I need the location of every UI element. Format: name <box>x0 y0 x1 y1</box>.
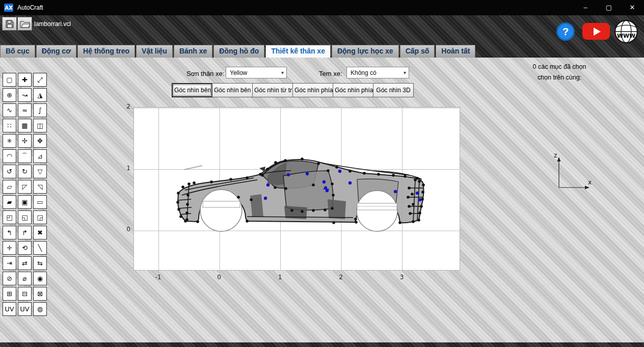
control-point[interactable] <box>312 183 315 186</box>
extend-right-button[interactable]: ⇥ <box>3 256 16 270</box>
control-point[interactable] <box>404 175 407 178</box>
extrude-button[interactable]: ⇄ <box>18 256 32 270</box>
move-point-button[interactable]: ↝ <box>18 88 32 102</box>
tab-2[interactable]: Động cơ <box>36 45 76 58</box>
frame-quad-button[interactable]: ▣ <box>18 195 32 209</box>
tab-1[interactable]: Bố cục <box>0 45 35 58</box>
selected-point[interactable] <box>338 170 341 173</box>
control-point[interactable] <box>250 198 253 201</box>
point-grid-button[interactable]: ∷ <box>3 119 16 132</box>
arc-points-button[interactable]: ⌒ <box>18 149 32 163</box>
control-point[interactable] <box>290 209 293 212</box>
maximize-button[interactable]: ▢ <box>597 0 621 15</box>
control-point[interactable] <box>332 221 335 224</box>
control-point[interactable] <box>185 211 189 215</box>
redo-button[interactable]: ↱ <box>18 226 32 239</box>
selected-point[interactable] <box>264 197 267 200</box>
control-point[interactable] <box>266 168 269 171</box>
control-point[interactable] <box>392 174 395 177</box>
transform-point-button[interactable]: ◮ <box>33 88 47 102</box>
view-button-2[interactable]: Góc nhìn bên t <box>212 83 253 97</box>
tab-3[interactable]: Hệ thống treo <box>77 45 135 58</box>
control-point[interactable] <box>411 193 414 196</box>
loop-right-button[interactable]: ↻ <box>18 165 32 178</box>
round-quad-button[interactable]: ▭ <box>33 195 47 209</box>
delete-button[interactable]: ✖ <box>33 226 47 239</box>
youtube-button[interactable] <box>582 23 610 40</box>
spline-tool-button[interactable]: ≈ <box>18 103 32 117</box>
new-car-project-button[interactable]: ✚ <box>18 73 32 87</box>
control-point[interactable] <box>354 218 357 221</box>
arc-tool-button[interactable]: ◠ <box>3 149 16 163</box>
undo-button[interactable]: ↰ <box>3 226 16 239</box>
hide-point-button[interactable]: ⌀ <box>18 272 32 285</box>
control-point[interactable] <box>421 191 424 194</box>
control-point[interactable] <box>274 161 277 164</box>
control-point[interactable] <box>331 182 334 185</box>
snap-axis-button[interactable]: ✢ <box>18 134 32 148</box>
selected-point[interactable] <box>348 181 352 184</box>
control-point[interactable] <box>196 220 199 223</box>
control-point[interactable] <box>335 166 338 169</box>
selected-point[interactable] <box>416 192 419 195</box>
control-point[interactable] <box>377 173 380 176</box>
uv-map-button[interactable]: UV <box>3 302 16 316</box>
tab-8[interactable]: Động lực học xe <box>332 45 399 58</box>
curve-tool-button[interactable]: ∿ <box>3 103 16 117</box>
control-point[interactable] <box>193 181 196 184</box>
selected-point[interactable] <box>266 183 270 186</box>
merge-layers-button[interactable]: ⊠ <box>33 287 47 301</box>
control-point[interactable] <box>176 201 179 204</box>
control-point[interactable] <box>414 178 417 181</box>
surface-flag-button[interactable]: ⊿ <box>33 149 47 163</box>
new-file-button[interactable]: ▢ <box>3 73 16 87</box>
control-point[interactable] <box>179 215 182 218</box>
mesh-grid-button[interactable]: ▦ <box>18 119 32 132</box>
control-point[interactable] <box>409 212 412 215</box>
control-point[interactable] <box>177 192 180 195</box>
website-button[interactable]: WWW <box>614 19 638 44</box>
corner-points-3-button[interactable]: ◲ <box>33 210 47 224</box>
control-point[interactable] <box>398 221 401 224</box>
control-point[interactable] <box>301 210 304 213</box>
control-point[interactable] <box>261 174 264 177</box>
save-button[interactable] <box>2 17 17 31</box>
control-point[interactable] <box>417 219 420 222</box>
selected-point[interactable] <box>394 190 397 193</box>
paint-select[interactable]: Yellow ▾ <box>226 67 287 78</box>
control-point[interactable] <box>246 220 249 223</box>
control-point[interactable] <box>186 194 190 197</box>
selected-point[interactable] <box>287 173 290 176</box>
plot-canvas[interactable] <box>133 107 460 271</box>
close-button[interactable]: ✕ <box>621 0 644 15</box>
tab-10[interactable]: Hoàn tất <box>436 45 475 58</box>
sphere-map-button[interactable]: ◍ <box>33 302 47 316</box>
fit-view-button[interactable]: ⤢ <box>33 73 47 87</box>
help-button[interactable]: ? <box>556 22 575 41</box>
duplicate-button[interactable]: ⊟ <box>18 287 32 301</box>
tab-7[interactable]: Thiết kế thân xe <box>265 45 331 58</box>
corner-points-1-button[interactable]: ◰ <box>3 210 16 224</box>
copy-layer-button[interactable]: ⊞ <box>3 287 16 301</box>
control-point[interactable] <box>312 209 315 212</box>
control-point[interactable] <box>363 172 366 175</box>
bezier-tool-button[interactable]: ∫ <box>33 103 47 117</box>
control-point[interactable] <box>408 186 411 190</box>
control-point[interactable] <box>327 169 330 172</box>
triangle-patch-button[interactable]: ▽ <box>33 165 47 178</box>
control-point[interactable] <box>284 187 287 190</box>
control-point[interactable] <box>301 157 304 161</box>
corner-points-2-button[interactable]: ◱ <box>18 210 32 224</box>
control-point[interactable] <box>324 208 327 211</box>
move-button[interactable]: ✛ <box>3 241 16 255</box>
control-point[interactable] <box>210 180 213 183</box>
control-point[interactable] <box>185 218 189 221</box>
control-point[interactable] <box>181 185 184 189</box>
decal-select[interactable]: Không có ▾ <box>346 67 409 78</box>
control-point[interactable] <box>418 180 421 183</box>
control-point[interactable] <box>187 182 191 185</box>
selected-point[interactable] <box>306 172 309 175</box>
rotate-button[interactable]: ⟲ <box>18 241 32 255</box>
selected-point[interactable] <box>418 198 421 201</box>
uv-car-button[interactable]: UV <box>18 302 32 316</box>
